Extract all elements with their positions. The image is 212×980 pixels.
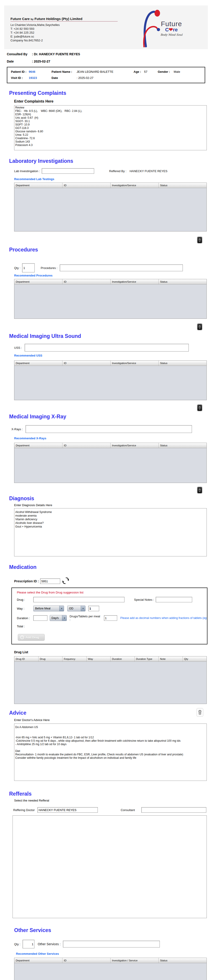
way-qty-input[interactable] [88, 606, 99, 611]
procedures-table-header: Department ID Investigation/Service Stat… [14, 279, 207, 285]
lab-investigation-input[interactable] [42, 168, 94, 174]
age-label: Age : [133, 70, 144, 73]
lab-delete-button[interactable] [197, 237, 202, 243]
other-col-status: Status [159, 958, 207, 963]
lab-table-body[interactable] [14, 188, 207, 231]
heart-icon: ❤ [169, 27, 173, 32]
xray-delete-button[interactable] [197, 487, 202, 494]
gender-value: Male [174, 70, 180, 73]
drug-list-body[interactable] [14, 662, 207, 704]
visit-date-label: Date [51, 76, 77, 80]
add-drug-button[interactable]: + Add Drug [18, 634, 45, 641]
header-divider [11, 21, 117, 22]
procedures-table-body[interactable] [14, 285, 207, 318]
lab-col-status: Status [159, 183, 207, 188]
consultation-form-page: Future Care by Future Holdings (Pty) Lim… [0, 0, 212, 980]
recommended-uss-link[interactable]: Recommended USS [14, 354, 212, 357]
drug-col-qty: Qty [183, 657, 207, 662]
other-services-body[interactable] [14, 963, 207, 980]
xray-table-header: Department ID Investigation/Service Stat… [14, 443, 207, 448]
trash-icon [198, 238, 201, 242]
uss-table-body[interactable] [14, 366, 207, 400]
procedures-qty-label: Qty : [14, 266, 20, 270]
frequency-dropdown[interactable]: OD▼ [67, 606, 85, 611]
recommended-xray-link[interactable]: Recommended X-Rays [14, 437, 212, 440]
other-col-investigation: Investigation / Service [111, 958, 159, 963]
refresh-icon [63, 578, 69, 584]
advice-sublabel: Enter Doctor's Advice Here [14, 718, 212, 722]
drug-list-table: Drug ID Drug Fequency Way Duration Durat… [14, 656, 207, 704]
complaints-sublabel: Enter Complaints Here [14, 99, 212, 103]
trash-icon [198, 325, 201, 329]
visit-id-value: 19323 [29, 76, 51, 80]
chevron-down-icon: ▼ [59, 606, 64, 611]
xray-table-body[interactable] [14, 448, 207, 483]
xray-title: Medical Imaging X-Ray [9, 414, 212, 420]
referrals-list-box[interactable] [13, 815, 207, 918]
chevron-down-icon: ▼ [62, 615, 67, 621]
other-qty-label: Qty : [14, 942, 20, 946]
uss-table-header: Department ID Investigation/Service Stat… [14, 361, 207, 366]
diagnosis-textarea[interactable]: Alcohol Withdrawal Syndrome moderate ane… [14, 508, 207, 557]
consulted-by-line: Consulted By: Dr. HANECKY FUENTE REYES [7, 52, 212, 56]
complaints-textarea[interactable]: Review FBC- Hb- 8.5 (L), WBC- 6640 (OK),… [14, 105, 207, 150]
recommended-other-services-link[interactable]: Recommended Other Services [16, 952, 212, 955]
referred-by-label: Reffered By : [109, 169, 127, 173]
other-services-input[interactable] [63, 941, 160, 948]
duration-type-dropdown[interactable]: Day/s▼ [50, 615, 67, 621]
lab-investigations-title: Laboratory Investigations [9, 158, 212, 164]
other-services-label: Other Services : [38, 942, 60, 946]
duration-input[interactable] [33, 615, 47, 621]
xray-label: X-Rays : [11, 428, 23, 431]
fraction-note: Please add as decimal numbers when addin… [120, 616, 207, 620]
drug-input[interactable] [33, 597, 124, 602]
consultant-label: Consultant [120, 808, 135, 812]
procedures-input[interactable] [60, 264, 183, 271]
uss-delete-button[interactable] [197, 404, 202, 411]
procedures-qty-input[interactable] [22, 263, 35, 272]
xray-input[interactable] [26, 425, 192, 433]
refresh-prescription-button[interactable] [63, 578, 69, 585]
per-meal-input[interactable] [104, 615, 117, 621]
other-col-id: ID [63, 958, 111, 963]
lab-col-id: ID [63, 183, 111, 188]
procedures-col-id: ID [63, 279, 111, 284]
consultant-input[interactable] [141, 807, 206, 813]
other-col-department: Department [14, 958, 63, 963]
lab-col-investigation: Investigation/Service [111, 183, 159, 188]
uss-col-department: Department [14, 361, 63, 366]
duration-label: Duration : [17, 616, 33, 620]
advice-delete-button[interactable] [196, 708, 203, 717]
xray-col-status: Status [159, 443, 207, 448]
drug-col-drug: Drug [39, 657, 63, 662]
drug-col-duration: Duration [111, 657, 135, 662]
recommended-procedures-link[interactable]: Recommended Procedures [14, 274, 212, 277]
other-qty-input[interactable] [22, 940, 34, 948]
patient-info-box: Patient ID : 9646 Patient Name : JEAN LE… [7, 67, 205, 83]
referring-doctor-input[interactable] [37, 807, 98, 813]
uss-input[interactable] [25, 344, 189, 352]
patient-row-1: Patient ID : 9646 Patient Name : JEAN LE… [11, 70, 201, 73]
referrals-sublabel: Select the needed Refferal [14, 799, 212, 802]
xray-col-id: ID [63, 443, 111, 448]
way-dropdown[interactable]: Before Meal▼ [33, 606, 64, 611]
ultrasound-title: Medical Imaging Ultra Sound [9, 333, 212, 339]
procedures-delete-button[interactable] [197, 323, 202, 330]
company-header: Future Care by Future Holdings (Pty) Lim… [4, 5, 208, 49]
advice-textarea[interactable]: Do A Abdomen US -Iron 65 mg + folic acid… [14, 724, 207, 781]
procedures-table: Department ID Investigation/Service Stat… [14, 279, 207, 319]
consultation-meta: Consulted By: Dr. HANECKY FUENTE REYES D… [7, 52, 212, 63]
lab-col-department: Department [14, 183, 63, 188]
special-notes-input[interactable] [156, 597, 192, 602]
procedures-col-investigation: Investigation/Service [111, 279, 159, 284]
diagnosis-sublabel: Enter Diagnosis Details Here [14, 503, 212, 507]
uss-table: Department ID Investigation/Service Stat… [14, 360, 207, 400]
recommended-lab-testings-link[interactable]: Recommended Lab Testings [14, 177, 212, 181]
lab-results-table: Department ID Investigation/Service Stat… [14, 183, 207, 231]
prescription-id-input[interactable] [40, 578, 60, 584]
consultation-date-line: Date: 2025-02-27 [7, 60, 212, 63]
procedures-col-department: Department [14, 279, 63, 284]
referring-doctor-label: Reffering Doctor [13, 808, 35, 812]
logo-future-text: Future [157, 20, 186, 28]
drug-list-header: Drug ID Drug Fequency Way Duration Durat… [14, 657, 207, 662]
